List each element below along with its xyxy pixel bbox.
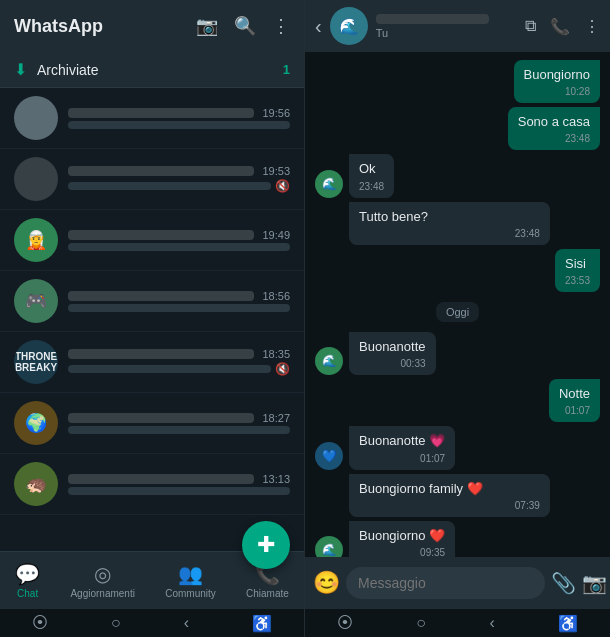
sys-nav-back-icon-right[interactable]: ‹ [489,614,494,632]
message-bubble: Tutto bene? 23:48 [349,202,550,245]
chat-time: 18:35 [262,348,290,360]
list-item[interactable]: 🧝 19:49 [0,210,304,271]
voice-call-icon[interactable]: 📞 [550,17,570,36]
emoji-button[interactable]: 😊 [313,570,340,596]
chat-name [68,349,254,359]
chat-name [68,474,254,484]
chat-nav-icon: 💬 [15,562,40,586]
message-bubble: Notte 01:07 [549,379,600,422]
new-chat-fab[interactable]: ✚ [242,521,290,569]
message-row: 🌊 Buongiorno ❤️ 09:35 [315,521,600,557]
message-text: Sono a casa [518,113,590,131]
message-time: 23:48 [518,133,590,144]
message-text: Buongiorno family ❤️ [359,480,540,498]
message-text: Buongiorno [524,66,591,84]
chat-time: 13:13 [262,473,290,485]
chat-name [68,230,254,240]
add-icon: ✚ [257,532,275,558]
avatar: THRONEBREAKY [14,340,58,384]
archived-row[interactable]: ⬇ Archiviate 1 [0,52,304,88]
nav-label-updates: Aggiornamenti [70,588,134,599]
back-button[interactable]: ‹ [315,15,322,38]
chat-time: 18:56 [262,290,290,302]
message-row: 💙 Buonanotte 💗 01:07 [315,426,600,469]
chat-time: 19:53 [262,165,290,177]
sender-avatar: 🌊 [315,170,343,198]
left-panel: WhatsApp 📷 🔍 ⋮ ⬇ Archiviate 1 19:56 [0,0,305,637]
chat-preview [68,182,271,190]
camera-icon[interactable]: 📷 [196,15,218,37]
left-header: WhatsApp 📷 🔍 ⋮ [0,0,304,52]
list-item[interactable]: 19:56 [0,88,304,149]
avatar: 🎮 [14,279,58,323]
nav-label-calls: Chiamate [246,588,289,599]
list-item[interactable]: 19:53 🔇 [0,149,304,210]
message-bubble: Buonanotte 00:33 [349,332,436,375]
message-text: Buongiorno ❤️ [359,527,445,545]
sys-nav-back-icon[interactable]: ‹ [184,614,189,632]
avatar: 🌍 [14,401,58,445]
message-time: 07:39 [359,500,540,511]
right-panel: ‹ 🌊 Tu ⧉ 📞 ⋮ Buongiorno 10:28 Sono a cas… [305,0,610,637]
message-input[interactable] [346,567,545,599]
archive-icon: ⬇ [14,60,27,79]
nav-item-updates[interactable]: ◎ Aggiornamenti [62,556,142,605]
avatar: 🧝 [14,218,58,262]
sys-nav-menu-icon[interactable]: ⦿ [32,614,48,632]
chat-header-name [376,14,489,24]
left-bottom-wrapper: 19:56 19:53 🔇 [0,88,304,637]
sender-avatar: 💙 [315,442,343,470]
nav-item-community[interactable]: 👥 Community [157,556,224,605]
list-item[interactable]: THRONEBREAKY 18:35 🔇 [0,332,304,393]
chat-time: 19:49 [262,229,290,241]
app-title: WhatsApp [14,16,103,37]
message-time: 23:48 [359,228,540,239]
mute-icon: 🔇 [275,179,290,193]
chat-preview [68,243,290,251]
nav-item-chat[interactable]: 💬 Chat [7,556,48,605]
list-item[interactable]: 🎮 18:56 [0,271,304,332]
sys-nav-accessibility-icon[interactable]: ♿ [252,614,272,633]
list-item[interactable]: 🌍 18:27 [0,393,304,454]
chat-name [68,291,254,301]
chat-preview [68,121,290,129]
messages-area: Buongiorno 10:28 Sono a casa 23:48 🌊 Ok … [305,52,610,557]
camera-button[interactable]: 📷 [582,571,607,595]
chat-header: ‹ 🌊 Tu ⧉ 📞 ⋮ [305,0,610,52]
chat-name [68,108,254,118]
list-item[interactable]: 🦔 13:13 [0,454,304,515]
community-nav-icon: 👥 [178,562,203,586]
chat-avatar: 🌊 [330,7,368,45]
message-row: 🌊 Buonanotte 00:33 [315,332,600,375]
chat-more-icon[interactable]: ⋮ [584,17,600,36]
nav-label-chat: Chat [17,588,38,599]
video-call-icon[interactable]: ⧉ [525,17,536,35]
header-icons: 📷 🔍 ⋮ [196,15,290,37]
message-time: 00:33 [359,358,426,369]
sender-avatar: 🌊 [315,347,343,375]
nav-label-community: Community [165,588,216,599]
avatar [14,96,58,140]
chat-preview [68,304,290,312]
right-system-nav: ⦿ ○ ‹ ♿ [305,609,610,637]
message-text: Ok [359,160,384,178]
chat-header-status: Tu [376,27,517,39]
message-row: 🌊 Ok 23:48 [315,154,600,197]
sys-nav-home-icon-right[interactable]: ○ [416,614,426,632]
sys-nav-menu-icon-right[interactable]: ⦿ [337,614,353,632]
sys-nav-accessibility-icon-right[interactable]: ♿ [558,614,578,633]
message-time: 23:53 [565,275,590,286]
message-bubble: Buonanotte 💗 01:07 [349,426,455,469]
message-bubble: Buongiorno 10:28 [514,60,601,103]
message-bubble: Sisi 23:53 [555,249,600,292]
search-icon[interactable]: 🔍 [234,15,256,37]
avatar: 🦔 [14,462,58,506]
message-bubble: Buongiorno family ❤️ 07:39 [349,474,550,517]
message-time: 09:35 [359,547,445,557]
archived-badge: 1 [283,62,290,77]
chat-list: 19:56 19:53 🔇 [0,88,304,551]
more-icon[interactable]: ⋮ [272,15,290,37]
chat-name [68,166,254,176]
sys-nav-home-icon[interactable]: ○ [111,614,121,632]
attach-button[interactable]: 📎 [551,571,576,595]
